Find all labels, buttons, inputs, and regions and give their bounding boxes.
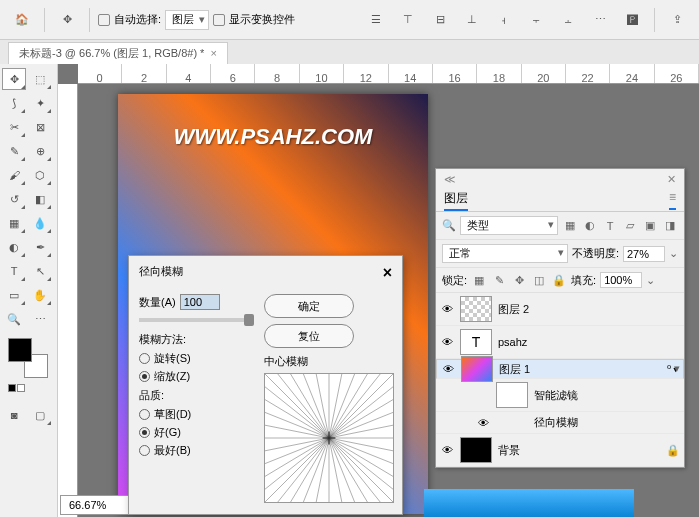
best-radio[interactable]: 最好(B) bbox=[139, 443, 254, 458]
filter-pixel-icon[interactable]: ▦ bbox=[562, 218, 578, 234]
lock-art-icon[interactable]: ◫ bbox=[531, 272, 547, 288]
radial-blur-dialog: 径向模糊 × 数量(A) 模糊方法: 旋转(S) 缩放(Z) 品质: 草图(D)… bbox=[128, 255, 403, 515]
document-tab[interactable]: 未标题-3 @ 66.7% (图层 1, RGB/8#) *× bbox=[8, 42, 228, 64]
layer-row[interactable]: 👁径向模糊 bbox=[436, 412, 684, 434]
show-transform-checkbox[interactable] bbox=[213, 14, 225, 26]
crop-tool[interactable]: ✂ bbox=[2, 116, 26, 138]
blur-tool[interactable]: 💧 bbox=[28, 212, 52, 234]
amount-input[interactable] bbox=[180, 294, 220, 310]
zoom-display[interactable]: 66.67% bbox=[60, 495, 130, 515]
panel-menu-icon[interactable]: ≡ bbox=[669, 190, 676, 210]
quickmask-tool[interactable]: ◙ bbox=[2, 404, 26, 426]
stamp-tool[interactable]: ⬡ bbox=[28, 164, 52, 186]
blend-mode-select[interactable]: 正常 bbox=[442, 244, 568, 263]
dist-l-icon[interactable]: ⫞ bbox=[490, 6, 518, 34]
history-brush-tool[interactable]: ↺ bbox=[2, 188, 26, 210]
type-tool[interactable]: T bbox=[2, 260, 26, 282]
svg-line-35 bbox=[278, 438, 329, 502]
auto-select-checkbox[interactable] bbox=[98, 14, 110, 26]
svg-line-4 bbox=[329, 374, 342, 438]
frame-tool[interactable]: ⊠ bbox=[28, 116, 52, 138]
3d-icon[interactable]: 🅿 bbox=[618, 6, 646, 34]
visibility-toggle[interactable]: 👁 bbox=[440, 444, 454, 456]
lock-pos-icon[interactable]: ✥ bbox=[511, 272, 527, 288]
svg-line-14 bbox=[329, 438, 342, 502]
visibility-toggle[interactable]: 👁 bbox=[441, 363, 455, 375]
gradient-tool[interactable]: ▦ bbox=[2, 212, 26, 234]
filter-adjust-icon[interactable]: ◐ bbox=[582, 218, 598, 234]
screenmode-tool[interactable]: ▢ bbox=[28, 404, 52, 426]
reset-button[interactable]: 复位 bbox=[264, 324, 354, 348]
brush-tool[interactable]: 🖌 bbox=[2, 164, 26, 186]
close-tab-icon[interactable]: × bbox=[210, 47, 216, 59]
align-mid-icon[interactable]: ⊟ bbox=[426, 6, 454, 34]
svg-line-2 bbox=[316, 374, 329, 438]
align-top-icon[interactable]: ⊤ bbox=[394, 6, 422, 34]
svg-line-1 bbox=[291, 374, 329, 438]
layer-row[interactable]: 智能滤镜 bbox=[436, 379, 684, 412]
fill-input[interactable] bbox=[600, 272, 642, 288]
share-icon[interactable]: ⇪ bbox=[663, 6, 691, 34]
layer-row[interactable]: 👁图层 1ᴼ▾ bbox=[436, 359, 684, 379]
path-tool[interactable]: ↖ bbox=[28, 260, 52, 282]
foreground-color[interactable] bbox=[8, 338, 32, 362]
move-tool-icon[interactable]: ✥ bbox=[53, 6, 81, 34]
visibility-toggle[interactable]: 👁 bbox=[440, 303, 454, 315]
filter-type-icon[interactable]: T bbox=[602, 218, 618, 234]
amount-slider[interactable] bbox=[139, 318, 254, 322]
svg-line-11 bbox=[329, 438, 393, 476]
eyedropper-tool[interactable]: ✎ bbox=[2, 140, 26, 162]
zoom-radio[interactable]: 缩放(Z) bbox=[139, 369, 254, 384]
align-icon[interactable]: ☰ bbox=[362, 6, 390, 34]
panel-close-icon[interactable]: ✕ bbox=[667, 173, 676, 186]
pen-tool[interactable]: ✒ bbox=[28, 236, 52, 258]
eraser-tool[interactable]: ◧ bbox=[28, 188, 52, 210]
ok-button[interactable]: 确定 bbox=[264, 294, 354, 318]
color-swatches[interactable] bbox=[8, 338, 48, 378]
lock-paint-icon[interactable]: ✎ bbox=[491, 272, 507, 288]
close-icon[interactable]: × bbox=[383, 264, 392, 282]
draft-radio[interactable]: 草图(D) bbox=[139, 407, 254, 422]
opacity-input[interactable] bbox=[623, 246, 665, 262]
filter-select[interactable]: 类型 bbox=[460, 216, 558, 235]
filter-toggle-icon[interactable]: ◨ bbox=[662, 218, 678, 234]
dodge-tool[interactable]: ◐ bbox=[2, 236, 26, 258]
lock-pixels-icon[interactable]: ▦ bbox=[471, 272, 487, 288]
target-select[interactable]: 图层 bbox=[165, 10, 209, 30]
opacity-label: 不透明度: bbox=[572, 246, 619, 261]
dist-r-icon[interactable]: ⫠ bbox=[554, 6, 582, 34]
lasso-tool[interactable]: ⟆ bbox=[2, 92, 26, 114]
layer-name: 图层 1 bbox=[499, 362, 660, 377]
align-bot-icon[interactable]: ⊥ bbox=[458, 6, 486, 34]
marquee-tool[interactable]: ⬚ bbox=[28, 68, 52, 90]
lock-icon: 🔒 bbox=[666, 444, 680, 457]
svg-line-39 bbox=[265, 387, 329, 438]
layers-tab[interactable]: 图层 bbox=[444, 191, 468, 211]
blur-preview[interactable] bbox=[264, 373, 394, 503]
zoom-tool[interactable]: 🔍 bbox=[2, 308, 26, 330]
layer-row[interactable]: 👁图层 2 bbox=[436, 293, 684, 326]
wand-tool[interactable]: ✦ bbox=[28, 92, 52, 114]
layer-row[interactable]: 👁背景🔒 bbox=[436, 434, 684, 467]
home-icon[interactable]: 🏠 bbox=[8, 6, 36, 34]
link-badge[interactable]: ᴼ▾ bbox=[666, 363, 679, 376]
visibility-toggle[interactable]: 👁 bbox=[476, 417, 490, 429]
move-tool[interactable]: ✥ bbox=[2, 68, 26, 90]
method-label: 模糊方法: bbox=[139, 332, 254, 347]
amount-label: 数量(A) bbox=[139, 295, 176, 310]
filter-shape-icon[interactable]: ▱ bbox=[622, 218, 638, 234]
dist-c-icon[interactable]: ⫟ bbox=[522, 6, 550, 34]
hand-tool[interactable]: ✋ bbox=[28, 284, 52, 306]
shape-tool[interactable]: ▭ bbox=[2, 284, 26, 306]
lock-all-icon[interactable]: 🔒 bbox=[551, 272, 567, 288]
layer-row[interactable]: 👁Tpsahz bbox=[436, 326, 684, 359]
filter-icon[interactable]: 🔍 bbox=[442, 219, 456, 232]
good-radio[interactable]: 好(G) bbox=[139, 425, 254, 440]
spin-radio[interactable]: 旋转(S) bbox=[139, 351, 254, 366]
visibility-toggle[interactable]: 👁 bbox=[440, 336, 454, 348]
svg-line-26 bbox=[329, 374, 355, 438]
more-icon[interactable]: ⋯ bbox=[586, 6, 614, 34]
edit-toolbar[interactable]: ⋯ bbox=[28, 308, 52, 330]
heal-tool[interactable]: ⊕ bbox=[28, 140, 52, 162]
filter-smart-icon[interactable]: ▣ bbox=[642, 218, 658, 234]
